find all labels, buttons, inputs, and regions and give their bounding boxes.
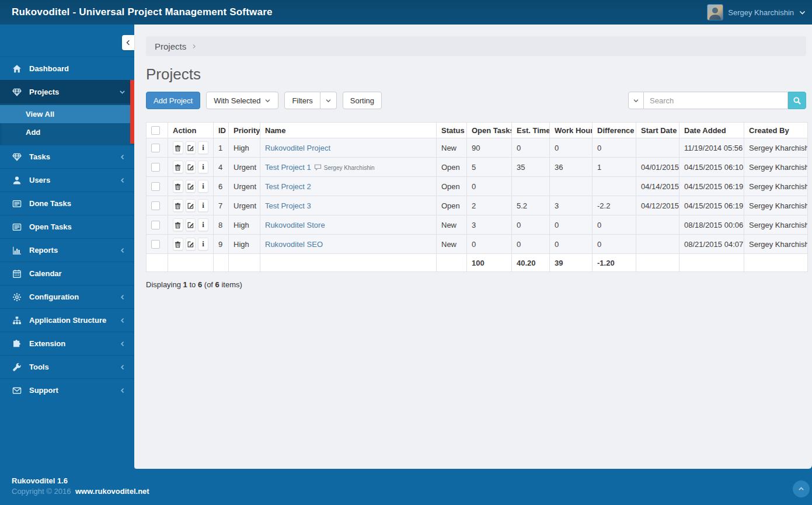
delete-button[interactable] (173, 199, 183, 212)
column-header-priority[interactable]: Priority (229, 123, 260, 138)
project-name-link[interactable]: Test Project 2 (265, 182, 311, 191)
search-button[interactable] (788, 92, 806, 109)
content-panel: Projects Projects Add Project With Selec… (134, 25, 812, 469)
select-all-checkbox[interactable] (151, 126, 160, 135)
row-checkbox[interactable] (151, 144, 160, 152)
sidebar-item-support[interactable]: Support (0, 378, 134, 402)
sidebar-item-open-tasks[interactable]: Open Tasks (0, 215, 134, 238)
column-header-start-date[interactable]: Start Date (636, 123, 679, 138)
list-icon (12, 222, 22, 232)
difference-cell: -2.2 (593, 196, 636, 215)
project-name-link[interactable]: Test Project 1 (265, 163, 311, 172)
created-by-cell: Sergey Kharchishin (744, 138, 808, 158)
sorting-button[interactable]: Sorting (343, 92, 382, 109)
summary-text: to (189, 280, 196, 289)
footer-site-link[interactable]: www.rukovoditel.net (75, 487, 149, 496)
sidebar-item-projects[interactable]: Projects (0, 80, 134, 103)
sidebar-collapse-button[interactable] (122, 35, 134, 50)
est-time-cell: 0 (512, 215, 550, 235)
sidebar-item-label: Tasks (29, 152, 119, 161)
priority-cell: Urgent (229, 196, 260, 215)
chevron-left-icon (119, 177, 126, 184)
filters-button[interactable]: Filters (284, 92, 320, 109)
delete-button[interactable] (173, 180, 183, 193)
info-button[interactable]: i (198, 238, 208, 250)
sidebar-subitem-view-all[interactable]: View All (0, 105, 134, 123)
column-header-work-hours[interactable]: Work Hours (550, 123, 593, 138)
add-project-button[interactable]: Add Project (146, 92, 200, 109)
edit-button[interactable] (186, 141, 196, 154)
sidebar-item-tasks[interactable]: Tasks (0, 145, 134, 168)
breadcrumb: Projects (146, 36, 806, 56)
search-input[interactable] (644, 92, 788, 109)
sidebar-item-calendar[interactable]: Calendar (0, 262, 134, 285)
column-header-open-tasks[interactable]: Open Tasks (467, 123, 512, 138)
work-hours-cell: 0 (550, 138, 593, 158)
edit-button[interactable] (186, 238, 196, 250)
comment-icon[interactable] (314, 163, 322, 171)
project-name-link[interactable]: Test Project 3 (265, 201, 311, 210)
delete-button[interactable] (173, 141, 183, 154)
edit-button[interactable] (186, 218, 196, 231)
sidebar-item-tools[interactable]: Tools (0, 355, 134, 378)
id-cell: 6 (214, 177, 229, 196)
info-button[interactable]: i (198, 161, 208, 173)
edit-button[interactable] (186, 199, 196, 212)
totals-est-time: 40.20 (512, 254, 550, 272)
column-header-name[interactable]: Name (260, 123, 437, 138)
sitemap-icon (12, 315, 22, 325)
info-button[interactable]: i (198, 180, 208, 193)
row-select-cell (147, 158, 168, 177)
row-checkbox[interactable] (151, 240, 160, 249)
sidebar-item-done-tasks[interactable]: Done Tasks (0, 191, 134, 215)
column-header-status[interactable]: Status (437, 123, 467, 138)
date-added-cell: 04/15/2015 06:19 (679, 177, 744, 196)
column-header-est-time[interactable]: Est. Time (512, 123, 550, 138)
column-header-difference[interactable]: Difference (593, 123, 636, 138)
info-button[interactable]: i (198, 218, 208, 231)
search-icon (793, 96, 801, 105)
delete-button[interactable] (173, 238, 183, 250)
footer-copyright: Copyright © 2016 www.rukovoditel.net (12, 487, 149, 496)
delete-button[interactable] (173, 218, 183, 231)
row-checkbox[interactable] (151, 182, 160, 191)
row-checkbox[interactable] (151, 201, 160, 210)
sidebar-item-dashboard[interactable]: Dashboard (0, 57, 134, 80)
column-header-date-added[interactable]: Date Added (679, 123, 744, 138)
totals-work-hours: 39 (550, 254, 593, 272)
trash-icon (174, 163, 182, 171)
open-tasks-cell: 3 (467, 215, 512, 235)
row-checkbox[interactable] (151, 163, 160, 172)
project-name-link[interactable]: Rukovoditel Store (265, 221, 325, 229)
totals-empty-cell (679, 254, 744, 272)
project-name-link[interactable]: Rukovoditel SEO (265, 240, 323, 249)
breadcrumb-projects-link[interactable]: Projects (155, 41, 186, 51)
delete-button[interactable] (173, 161, 183, 173)
search-options-toggle[interactable] (628, 92, 644, 109)
edit-button[interactable] (186, 161, 196, 173)
column-header-id[interactable]: ID (214, 123, 229, 138)
user-menu[interactable]: Sergey Kharchishin (707, 4, 806, 20)
with-selected-dropdown[interactable]: With Selected (206, 92, 278, 109)
sidebar-item-label: Configuration (29, 292, 119, 301)
filters-dropdown-toggle[interactable] (320, 92, 337, 109)
sidebar-item-configuration[interactable]: Configuration (0, 285, 134, 308)
sidebar-subitem-add[interactable]: Add (0, 123, 134, 141)
sidebar-item-application-structure[interactable]: Application Structure (0, 308, 134, 332)
column-header-created-by[interactable]: Created By (744, 123, 808, 138)
sidebar-item-reports[interactable]: Reports (0, 238, 134, 262)
sidebar-item-users[interactable]: Users (0, 168, 134, 191)
chevron-left-icon (119, 317, 126, 324)
totals-empty-cell (437, 254, 467, 272)
sidebar-item-label: Extension (29, 339, 119, 348)
row-checkbox[interactable] (151, 221, 160, 229)
summary-to: 6 (198, 280, 202, 289)
action-cell-wrap: i (168, 138, 214, 158)
project-name-link[interactable]: Rukovoditel Project (265, 144, 330, 152)
sidebar-item-extension[interactable]: Extension (0, 332, 134, 355)
scroll-top-button[interactable] (793, 480, 810, 497)
edit-button[interactable] (186, 180, 196, 193)
info-button[interactable]: i (198, 141, 208, 154)
column-header-action[interactable]: Action (168, 123, 214, 138)
info-button[interactable]: i (198, 199, 208, 212)
